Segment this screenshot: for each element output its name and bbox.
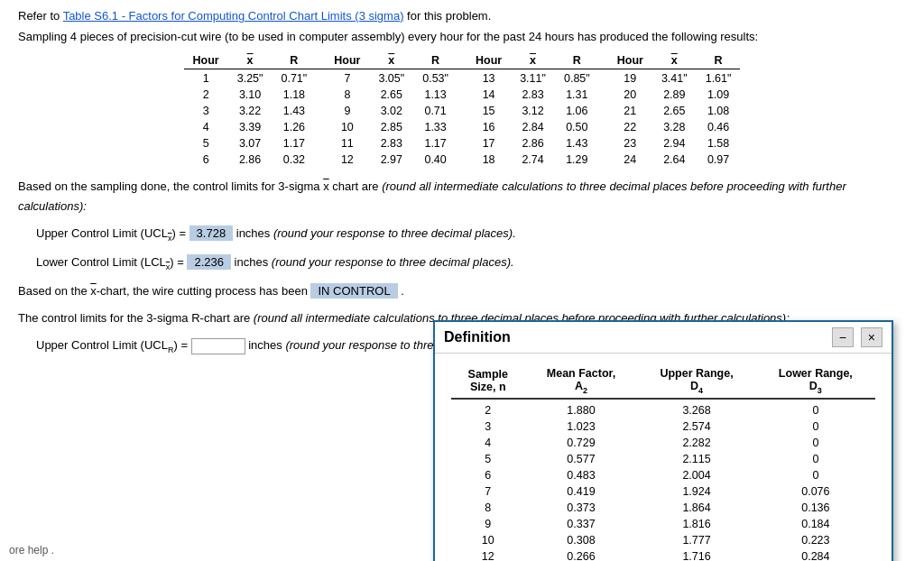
table-cell: 3.12 [511,103,555,119]
table-cell: 0 [756,451,875,467]
table-cell: 16 [457,119,511,135]
table-cell: 3.22 [228,103,273,119]
table-cell: 0.076 [756,483,875,500]
table-cell: 10 [316,119,369,135]
table-cell: 4 [184,119,228,135]
table-cell: 8 [316,87,369,103]
table-cell: 0.71" [272,69,316,87]
table-cell: 1.61" [697,69,741,87]
table-cell: 1.13 [413,87,457,103]
table-cell: 0.284 [756,548,875,561]
table-cell: 1.31 [555,87,599,103]
status-section: Based on the x-chart, the wire cutting p… [18,281,906,301]
xbar-section: Based on the sampling done, the control … [18,177,906,216]
bottom-hint: ore help . [9,544,54,556]
table-cell: 1.43 [272,103,316,119]
table-cell: 2.282 [637,435,755,451]
popup-titlebar: Definition − × [435,322,892,354]
table-cell: 9 [316,103,369,119]
col-hour1: Hour [184,52,228,69]
table-cell: 2.86 [511,135,555,152]
col-hour3: Hour [457,52,511,69]
table-cell: 3.39 [228,119,273,135]
table-cell: 1.29 [555,152,599,168]
table-cell: 0 [756,399,875,418]
table-cell: 13 [457,69,511,87]
table-cell: 0.184 [756,516,875,532]
table-cell: 1.924 [637,483,755,500]
table-row: 43.391.26102.851.33162.840.50223.280.46 [184,119,741,135]
table-cell: 3.268 [637,399,755,418]
table-cell: 19 [599,69,652,87]
col-r1: R [272,52,316,69]
table-cell: 2.574 [637,418,755,435]
table-cell: 0.266 [525,548,638,561]
table-cell: 2.64 [652,152,697,168]
table-cell: 1.864 [637,500,755,516]
table-cell: 2.83 [511,87,555,103]
status-line: Based on the x-chart, the wire cutting p… [18,281,906,301]
table-cell: 0 [756,467,875,483]
table-cell: 1.33 [413,119,457,135]
col-xbar3: x [511,52,555,69]
table-cell: 2.97 [369,152,413,168]
table-cell: 1.09 [697,87,741,103]
table-cell: 1.18 [272,87,316,103]
table-row: 62.860.32122.970.40182.741.29242.640.97 [184,152,741,168]
table-cell: 0.483 [525,467,638,483]
table-row: 13.25"0.71"73.05"0.53"133.11"0.85"193.41… [184,69,741,87]
ucl-line: Upper Control Limit (UCLx) = 3.728 inche… [36,224,906,245]
table-cell: 1.023 [525,418,638,435]
lcl-sub: x [166,262,171,271]
table-cell: 1.816 [637,516,755,532]
list-item: 31.0232.5740 [451,418,875,435]
table-cell: 3.25" [228,69,273,87]
ucl-sub: x [168,234,172,243]
minimize-button[interactable]: − [832,327,854,347]
table-cell: 8 [451,500,525,516]
col-hour4: Hour [599,52,652,69]
lcl-section: Lower Control Limit (LCLx) = 2.236 inche… [36,253,906,274]
col-r4: R [697,52,741,69]
table-cell: 0.308 [525,532,638,548]
close-button[interactable]: × [861,327,882,347]
col-xbar2: x [369,52,413,69]
status-value: IN CONTROL [310,283,397,299]
ucl-r-sub: R [168,345,174,354]
sampling-intro: Sampling 4 pieces of precision-cut wire … [18,30,906,43]
xbar-intro: Based on the sampling done, the control … [18,177,906,216]
table-cell: 24 [599,152,652,168]
data-table: Hour x R Hour x R Hour x R Hour x R 13.2… [184,52,741,168]
table-cell: 3.41" [652,69,697,87]
table-cell: 5 [451,451,525,467]
list-item: 60.4832.0040 [451,467,875,483]
table-cell: 2.65 [652,103,697,119]
main-content: Refer to Table S6.1 - Factors for Comput… [0,0,924,373]
table-cell: 0.40 [413,152,457,168]
table-cell: 2.74 [511,152,555,168]
ucl-section: Upper Control Limit (UCLx) = 3.728 inche… [36,224,906,245]
table-cell: 3.10 [228,87,273,103]
table-row: 33.221.4393.020.71153.121.06212.651.08 [184,103,741,119]
ucl-value: 3.728 [189,225,234,241]
table-cell: 11 [316,135,369,152]
table-cell: 2.89 [652,87,697,103]
table-cell: 17 [457,135,511,152]
list-item: 70.4191.9240.076 [451,483,875,500]
table-cell: 1.880 [525,399,638,418]
table-cell: 0.419 [525,483,638,500]
table-cell: 2.85 [369,119,413,135]
table-cell: 2.004 [637,467,755,483]
list-item: 90.3371.8160.184 [451,516,875,532]
table-cell: 7 [451,483,525,500]
reference-link[interactable]: Table S6.1 - Factors for Computing Contr… [63,9,404,23]
table-cell: 21 [599,103,652,119]
table-cell: 3.02 [369,103,413,119]
table-cell: 6 [451,467,525,483]
ucl-r-input[interactable] [191,338,245,354]
table-cell: 1.777 [637,532,755,548]
table-cell: 15 [457,103,511,119]
list-item: 100.3081.7770.223 [451,532,875,548]
table-cell: 0.32 [272,152,316,168]
table-cell: 3.05" [369,69,413,87]
